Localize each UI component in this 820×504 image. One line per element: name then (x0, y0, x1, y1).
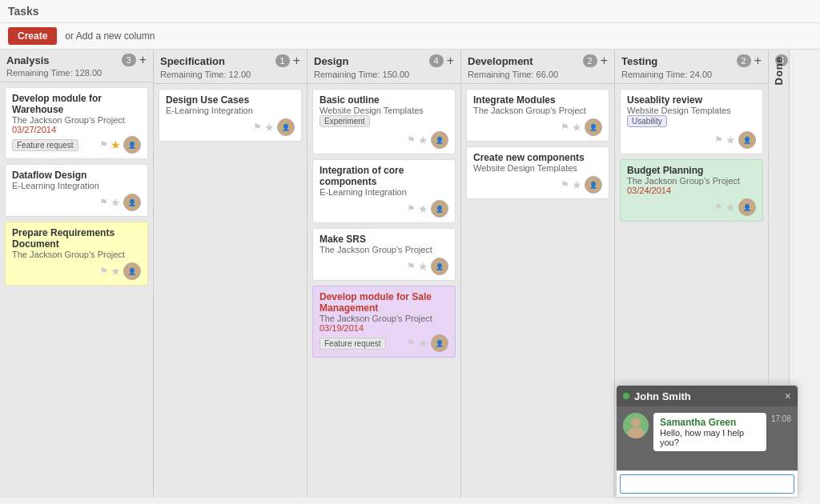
avatar: 👤 (431, 258, 448, 275)
card-tag-usability: Usability (627, 115, 667, 127)
star-icon-empty[interactable]: ★ (418, 202, 428, 215)
card-develop-sale[interactable]: Develop module for Sale Management The J… (312, 286, 456, 358)
flag-icon[interactable]: ⚑ (561, 179, 569, 190)
card-integrate-modules[interactable]: Integrate Modules The Jackson Group's Pr… (466, 89, 609, 142)
card-project: The Jackson Group's Project (627, 176, 756, 186)
column-header-analysis: Analysis 3 + Remaining Time: 128.00 (0, 50, 153, 82)
card-title: Dataflow Design (12, 170, 141, 181)
card-dataflow[interactable]: Dataflow Design E-Learning Integration ⚑… (5, 164, 148, 217)
chat-input[interactable] (620, 474, 794, 494)
avatar: 👤 (277, 118, 295, 136)
done-label: Done (773, 50, 785, 110)
flag-icon[interactable]: ⚑ (714, 134, 723, 146)
development-add-btn[interactable]: + (601, 54, 608, 68)
flag-icon[interactable]: ⚑ (407, 261, 416, 272)
card-title: Prepare Requirements Document (12, 227, 141, 250)
flag-icon[interactable]: ⚑ (561, 122, 569, 133)
page-title: Tasks (8, 5, 39, 18)
card-project: Website Design Templates (320, 106, 448, 115)
card-date: 03/24/2014 (627, 186, 756, 195)
board-wrapper: Analysis 3 + Remaining Time: 128.00 Deve… (0, 50, 820, 498)
avatar: 👤 (123, 194, 141, 211)
add-column-link[interactable]: or Add a new column (65, 30, 155, 42)
card-integration-core[interactable]: Integration of core components E-Learnin… (312, 159, 456, 223)
flag-icon[interactable]: ⚑ (714, 202, 723, 213)
flag-icon[interactable]: ⚑ (253, 122, 262, 133)
card-project: E-Learning Integration (12, 181, 141, 190)
development-count: 2 (583, 54, 597, 67)
card-useability-review[interactable]: Useablity review Website Design Template… (620, 89, 763, 154)
create-button[interactable]: Create (8, 27, 57, 45)
card-title: Integration of core components (320, 165, 448, 187)
chat-close-btn[interactable]: × (785, 390, 791, 402)
column-specification: Specification 1 + Remaining Time: 12.00 … (154, 50, 308, 498)
chat-timestamp: 17:08 (771, 414, 791, 423)
card-title: Make SRS (320, 234, 448, 245)
analysis-remaining: Remaining Time: 128.00 (6, 68, 147, 78)
star-icon-empty[interactable]: ★ (418, 337, 428, 350)
card-title: Develop module for Sale Management (320, 291, 448, 314)
column-title-analysis: Analysis (6, 54, 49, 66)
card-create-components[interactable]: Create new components Website Design Tem… (466, 146, 609, 199)
card-project: The Jackson Group's Project (320, 245, 448, 254)
card-basic-outline[interactable]: Basic outline Website Design Templates E… (312, 89, 456, 154)
star-icon-empty[interactable]: ★ (572, 121, 582, 134)
flag-icon[interactable]: ⚑ (407, 134, 416, 146)
analysis-add-btn[interactable]: + (139, 54, 147, 66)
analysis-count: 3 (122, 54, 136, 66)
chat-body: Samantha Green Hello, how may I help you… (617, 406, 798, 470)
avatar: 👤 (585, 118, 602, 136)
column-development: Development 2 + Remaining Time: 66.00 In… (461, 50, 615, 498)
column-design: Design 4 + Remaining Time: 150.00 Basic … (308, 50, 461, 498)
star-icon-empty[interactable]: ★ (418, 134, 428, 146)
column-analysis: Analysis 3 + Remaining Time: 128.00 Deve… (0, 50, 154, 498)
flag-icon[interactable]: ⚑ (99, 139, 108, 150)
design-add-btn[interactable]: + (447, 54, 454, 68)
card-budget-planning[interactable]: Budget Planning The Jackson Group's Proj… (620, 159, 763, 222)
card-title: Basic outline (320, 94, 448, 106)
card-title: Budget Planning (627, 165, 756, 176)
flag-icon[interactable]: ⚑ (99, 266, 108, 277)
testing-add-btn[interactable]: + (754, 54, 762, 68)
card-title: Integrate Modules (473, 94, 602, 106)
flag-icon[interactable]: ⚑ (407, 203, 416, 214)
flag-icon[interactable]: ⚑ (99, 197, 108, 208)
card-date: 03/27/2014 (12, 125, 141, 134)
specification-add-btn[interactable]: + (293, 54, 300, 68)
design-remaining: Remaining Time: 150.00 (314, 70, 454, 79)
star-icon-empty[interactable]: ★ (111, 196, 121, 209)
star-icon-empty[interactable]: ★ (264, 121, 275, 134)
development-cards: Integrate Modules The Jackson Group's Pr… (461, 84, 614, 204)
star-icon-empty[interactable]: ★ (726, 134, 736, 146)
flag-icon[interactable]: ⚑ (407, 338, 416, 349)
development-remaining: Remaining Time: 66.00 (468, 70, 608, 79)
avatar: 👤 (431, 131, 448, 149)
star-icon-empty[interactable]: ★ (726, 201, 736, 214)
card-title: Create new components (473, 152, 602, 163)
column-header-development: Development 2 + Remaining Time: 66.00 (461, 50, 614, 84)
star-icon-empty[interactable]: ★ (418, 260, 428, 273)
chat-sender-avatar (623, 413, 649, 438)
star-icon-empty[interactable]: ★ (111, 265, 121, 278)
column-header-testing: Testing 2 + Remaining Time: 24.00 (615, 50, 768, 84)
column-header-design: Design 4 + Remaining Time: 150.00 (308, 50, 460, 84)
toolbar: Create or Add a new column (0, 23, 820, 50)
avatar: 👤 (123, 136, 141, 154)
card-project: Website Design Templates (627, 106, 756, 115)
card-title: Design Use Cases (166, 94, 295, 106)
svg-point-1 (631, 418, 641, 427)
card-make-srs[interactable]: Make SRS The Jackson Group's Project ⚑ ★… (312, 228, 456, 281)
chat-contact-name: John Smith (634, 390, 691, 402)
card-prepare-requirements[interactable]: Prepare Requirements Document The Jackso… (5, 222, 148, 286)
card-date: 03/19/2014 (320, 323, 448, 333)
avatar: 👤 (738, 131, 756, 149)
avatar: 👤 (738, 198, 756, 216)
star-icon-empty[interactable]: ★ (572, 178, 582, 191)
card-develop-warehouse[interactable]: Develop module for Warehouse The Jackson… (5, 87, 148, 159)
page-header: Tasks (0, 0, 820, 23)
card-project: The Jackson Group's Project (473, 106, 602, 115)
card-title: Develop module for Warehouse (12, 93, 141, 115)
card-design-use-cases[interactable]: Design Use Cases E-Learning Integration … (159, 89, 302, 142)
avatar: 👤 (431, 334, 448, 352)
star-icon-filled[interactable]: ★ (111, 138, 121, 151)
